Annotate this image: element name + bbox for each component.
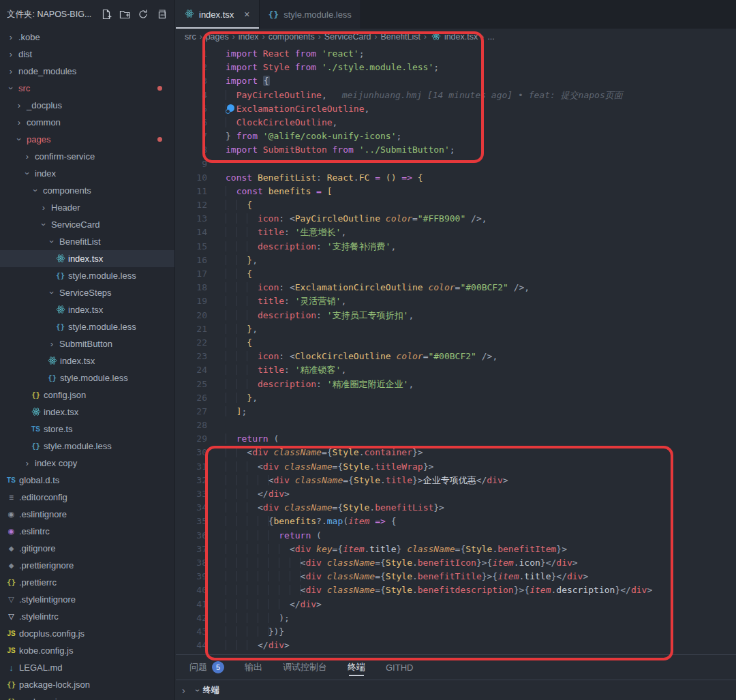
breadcrumb-item-components[interactable]: components <box>269 32 315 42</box>
panel-tab-问题[interactable]: 问题5 <box>189 655 224 680</box>
code-line-content[interactable]: {benefits?.map(item => { <box>226 515 397 528</box>
tree-item-docplus.config.js[interactable]: JSdocplus.config.js <box>0 625 174 642</box>
code-line-content[interactable]: title: '灵活营销', <box>226 294 346 308</box>
editor-tab-index.tsx[interactable]: index.tsx× <box>176 0 260 29</box>
code-line-content[interactable]: title: '精准锁客', <box>226 363 346 377</box>
code-line-content[interactable]: icon: <PayCircleOutline color="#FFB900" … <box>226 212 487 226</box>
code-line-content[interactable]: description: '支持员工专项折扣', <box>226 309 414 322</box>
code-line-content[interactable]: </div> <box>226 598 322 611</box>
panel-tab-GITHD[interactable]: GITHD <box>386 655 413 680</box>
tree-item-node-modules[interactable]: ›node_modules <box>0 63 174 80</box>
code-line-content[interactable]: <div className={Style.benefitTitle}>{ite… <box>226 570 588 583</box>
code-line-content[interactable]: description: '支持餐补消费', <box>226 240 396 254</box>
new-file-icon[interactable] <box>100 8 112 20</box>
breadcrumb-item-pages[interactable]: pages <box>206 32 229 42</box>
tree-item-Header[interactable]: ›Header <box>0 199 174 216</box>
code-line-content[interactable]: <div className={Style.titleWrap}> <box>226 460 433 474</box>
panel-tab-输出[interactable]: 输出 <box>245 655 262 680</box>
code-line-content[interactable]: <div className={Style.title}>企业专项优惠</div… <box>226 474 508 487</box>
breadcrumb[interactable]: src›pages›index›components›ServiceCard›B… <box>176 29 736 45</box>
tree-item-store.ts[interactable]: TSstore.ts <box>0 421 174 438</box>
code-line-content[interactable]: <div className={Style.benefitIcon}>{item… <box>226 556 578 570</box>
code-line-content[interactable]: icon: <ExclamationCircleOutline color="#… <box>226 281 530 294</box>
tab-close-icon[interactable]: × <box>244 9 249 20</box>
tree-item-style.module.less[interactable]: {}style.module.less <box>0 438 174 455</box>
tree-item-dist[interactable]: ›dist <box>0 46 174 63</box>
code-line-content[interactable]: import SubmitButton from '../SubmitButto… <box>226 143 455 157</box>
code-line-content[interactable]: { <box>226 267 252 281</box>
tree-item-ServiceSteps[interactable]: ›ServiceSteps <box>0 284 174 301</box>
code-line-content[interactable]: <div className={Style.container}> <box>226 446 423 459</box>
code-line-content[interactable]: import React from 'react'; <box>226 47 365 61</box>
code-line-content[interactable]: }, <box>226 391 258 405</box>
code-line-content[interactable]: PayCircleOutline,meijunhuang.hmj [14 min… <box>226 89 623 102</box>
terminal-section-header[interactable]: › 终端 <box>196 684 219 696</box>
tree-item-BenefitList[interactable]: ›BenefitList <box>0 233 174 250</box>
tree-item-style.module.less[interactable]: {}style.module.less <box>0 318 174 335</box>
code-line-content[interactable]: <div className={Style.benefitdescription… <box>226 583 652 597</box>
editor-tab-style.module.less[interactable]: {}style.module.less <box>260 0 361 29</box>
tree-item-style.module.less[interactable]: {}style.module.less <box>0 369 174 386</box>
code-line-content[interactable]: ExclamationCircleOutline, <box>226 102 369 116</box>
tree-item-common[interactable]: ›common <box>0 114 174 131</box>
tree-item-LEGAL.md[interactable]: ↓LEGAL.md <box>0 659 174 676</box>
code-line-content[interactable]: <div className={Style.benefitList}> <box>226 501 444 515</box>
code-line-content[interactable]: { <box>226 336 252 350</box>
tree-item-.eslintrc[interactable]: ◉.eslintrc <box>0 523 174 540</box>
tree-item-index[interactable]: ›index <box>0 165 174 182</box>
breadcrumb-item-ServiceCard[interactable]: ServiceCard <box>324 32 371 42</box>
tree-item-.prettierignore[interactable]: ◆.prettierignore <box>0 557 174 574</box>
breadcrumb-item-index[interactable]: index <box>239 32 259 42</box>
code-line-content[interactable]: title: '生意增长', <box>226 226 346 239</box>
tree-item-components[interactable]: ›components <box>0 182 174 199</box>
breadcrumb-overflow[interactable]: ... <box>487 32 494 42</box>
new-folder-icon[interactable] <box>119 8 131 20</box>
code-line-content[interactable]: import { <box>226 74 270 88</box>
code-line-content[interactable]: return ( <box>226 529 322 543</box>
lightbulb-suggestion-icon[interactable] <box>226 104 235 114</box>
code-line-content[interactable]: const benefits = [ <box>226 185 333 198</box>
tree-item-.stylelintignore[interactable]: ▽.stylelintignore <box>0 591 174 608</box>
collapse-all-icon[interactable] <box>155 8 168 20</box>
tree-item-package.json[interactable]: {}package.json <box>0 693 174 700</box>
tree-item-.eslintignore[interactable]: ◉.eslintignore <box>0 506 174 523</box>
tree-item--docplus[interactable]: ›_docplus <box>0 97 174 114</box>
refresh-icon[interactable] <box>137 8 149 20</box>
code-line-content[interactable]: })} <box>226 625 284 639</box>
code-line-content[interactable]: return ( <box>226 432 279 446</box>
tree-item-index.tsx[interactable]: index.tsx <box>0 301 174 318</box>
tree-item-pages[interactable]: ›pages <box>0 131 174 148</box>
tree-item-index.tsx[interactable]: index.tsx <box>0 404 174 421</box>
tree-item-.stylelintrc[interactable]: ▽.stylelintrc <box>0 608 174 625</box>
code-line-content[interactable]: import Style from './style.module.less'; <box>226 61 439 74</box>
breadcrumb-item-file[interactable]: index.tsx <box>444 32 478 42</box>
code-line-content[interactable]: ClockCircleOutline, <box>226 116 337 130</box>
tree-item-SubmitButton[interactable]: ›SubmitButton <box>0 335 174 352</box>
code-line-content[interactable]: ]; <box>226 405 247 419</box>
tree-item-src[interactable]: ›src <box>0 80 174 97</box>
tree-item-index.tsx[interactable]: index.tsx <box>0 352 174 369</box>
code-line-content[interactable]: </div> <box>226 639 290 652</box>
tree-item-index.tsx[interactable]: index.tsx <box>0 250 174 267</box>
code-line-content[interactable]: { <box>226 198 252 212</box>
tree-item-index-copy[interactable]: ›index copy <box>0 455 174 472</box>
code-line-content[interactable]: description: '精准圈定附近企业', <box>226 378 414 391</box>
tree-item-confirm-service[interactable]: ›confirm-service <box>0 148 174 165</box>
code-line-content[interactable]: ); <box>226 611 290 625</box>
tree-item-kobe.config.js[interactable]: JSkobe.config.js <box>0 642 174 659</box>
code-editor[interactable]: 1import React from 'react';2import Style… <box>176 45 736 654</box>
code-line-content[interactable]: <div key={item.title} className={Style.b… <box>226 543 567 556</box>
code-line-content[interactable]: icon: <ClockCircleOutline color="#00BCF2… <box>226 350 497 363</box>
tree-item-global.d.ts[interactable]: TSglobal.d.ts <box>0 472 174 489</box>
panel-tab-调试控制台[interactable]: 调试控制台 <box>283 655 327 680</box>
code-line-content[interactable]: }, <box>226 254 258 267</box>
tree-item-.editorconfig[interactable]: ≡.editorconfig <box>0 489 174 506</box>
tree-item-ServiceCard[interactable]: ›ServiceCard <box>0 216 174 233</box>
panel-expand-chevron-icon[interactable]: › <box>182 685 185 696</box>
code-line-content[interactable]: }, <box>226 322 258 336</box>
code-line-content[interactable]: const BenefitList: React.FC = () => { <box>226 171 423 185</box>
tree-item-.gitignore[interactable]: ◆.gitignore <box>0 540 174 557</box>
tree-item-config.json[interactable]: {}config.json <box>0 386 174 404</box>
tree-item-.kobe[interactable]: ›.kobe <box>0 29 174 46</box>
panel-tab-终端[interactable]: 终端 <box>348 655 365 680</box>
